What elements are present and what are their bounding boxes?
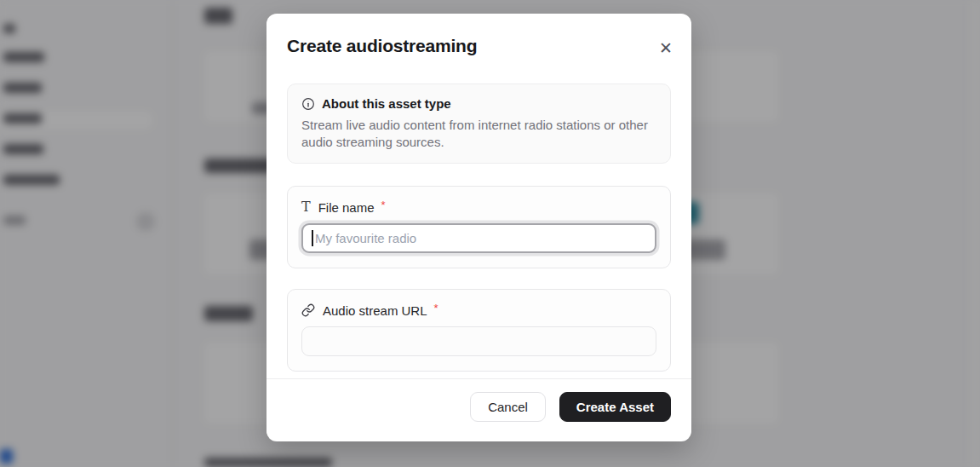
link-icon xyxy=(301,303,315,317)
close-button[interactable]: ✕ xyxy=(654,36,678,60)
info-box-title: About this asset type xyxy=(322,96,451,111)
required-asterisk: * xyxy=(434,302,438,314)
text-cursor xyxy=(312,230,313,246)
cancel-button[interactable]: Cancel xyxy=(470,392,546,422)
audio-stream-url-input[interactable] xyxy=(301,326,656,356)
text-type-icon: T xyxy=(301,200,311,214)
file-name-field-group: T File name * xyxy=(287,186,671,268)
file-name-input[interactable] xyxy=(301,223,656,253)
dialog-footer: Cancel Create Asset xyxy=(266,378,691,441)
asset-type-info-box: About this asset type Stream live audio … xyxy=(287,84,671,164)
file-name-label: File name xyxy=(318,200,375,215)
audio-stream-url-field-group: Audio stream URL * xyxy=(287,289,671,372)
required-asterisk: * xyxy=(381,199,386,211)
create-asset-button[interactable]: Create Asset xyxy=(559,392,671,422)
dialog-title: Create audiostreaming xyxy=(287,36,671,56)
info-icon xyxy=(301,97,315,111)
create-audiostreaming-dialog: Create audiostreaming ✕ About this asset… xyxy=(266,14,691,441)
info-box-body: Stream live audio content from internet … xyxy=(301,117,656,151)
close-icon: ✕ xyxy=(659,40,673,56)
audio-stream-url-label: Audio stream URL xyxy=(323,303,427,318)
